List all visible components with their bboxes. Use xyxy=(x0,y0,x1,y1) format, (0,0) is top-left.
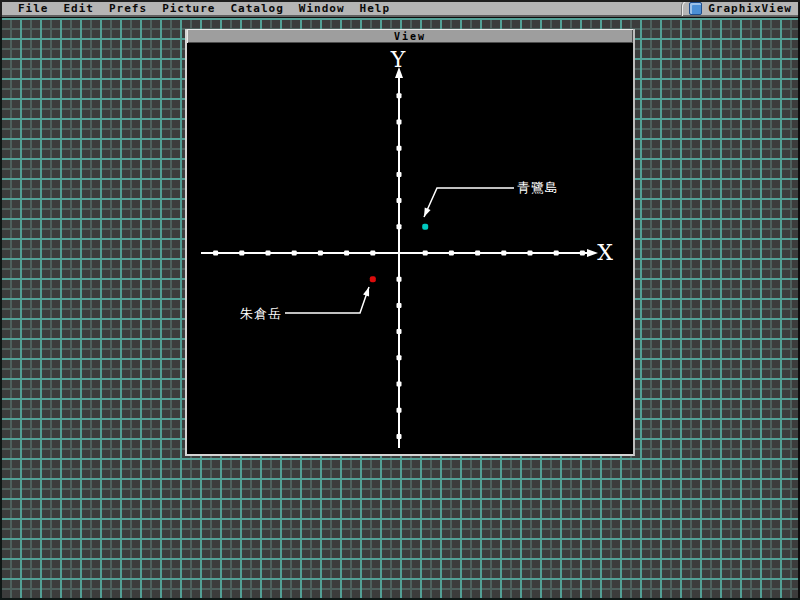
desktop: File Edit Prefs Picture Catalog Window H… xyxy=(0,0,800,600)
menu-catalog[interactable]: Catalog xyxy=(230,1,283,16)
x-axis-tick xyxy=(475,251,480,256)
menu-window[interactable]: Window xyxy=(299,1,345,16)
x-axis-tick xyxy=(580,251,585,256)
app-title-gadget[interactable]: GraphixView xyxy=(681,1,800,16)
y-axis-tick xyxy=(397,224,402,229)
y-axis-tick xyxy=(397,329,402,334)
x-axis-tick xyxy=(423,251,428,256)
annotation-leader-line xyxy=(424,188,514,217)
y-axis-tick xyxy=(397,408,402,413)
menu-items: File Edit Prefs Picture Catalog Window H… xyxy=(0,1,681,16)
y-axis-tick xyxy=(397,120,402,125)
plot-canvas[interactable]: 青鷺島朱倉岳YX xyxy=(187,43,633,454)
x-axis-tick xyxy=(449,251,454,256)
menu-file[interactable]: File xyxy=(18,1,49,16)
x-axis-tick xyxy=(554,251,559,256)
menu-bar: File Edit Prefs Picture Catalog Window H… xyxy=(0,0,800,18)
y-axis-tick xyxy=(397,277,402,282)
y-axis-tick xyxy=(397,303,402,308)
y-axis-tick xyxy=(397,198,402,203)
x-axis-label: X xyxy=(597,240,613,265)
x-axis-tick xyxy=(213,251,218,256)
x-axis-tick xyxy=(501,251,506,256)
window-title: View xyxy=(394,31,426,42)
y-axis-tick xyxy=(397,172,402,177)
y-axis-tick xyxy=(397,355,402,360)
data-point[interactable] xyxy=(422,224,428,230)
x-axis-tick xyxy=(292,251,297,256)
menu-picture[interactable]: Picture xyxy=(162,1,215,16)
menu-prefs[interactable]: Prefs xyxy=(109,1,147,16)
data-point[interactable] xyxy=(370,276,376,282)
annotation-arrow-icon xyxy=(363,287,369,297)
menu-edit[interactable]: Edit xyxy=(64,1,95,16)
y-axis-tick xyxy=(397,93,402,98)
x-axis-tick xyxy=(318,251,323,256)
annotation-label: 朱倉岳 xyxy=(240,306,282,321)
x-axis-tick xyxy=(344,251,349,256)
y-axis-tick xyxy=(397,382,402,387)
window-titlebar[interactable]: View xyxy=(187,29,633,43)
plot-svg: 青鷺島朱倉岳YX xyxy=(187,43,633,454)
view-window: View 青鷺島朱倉岳YX xyxy=(185,29,635,456)
annotation-label: 青鷺島 xyxy=(517,180,559,195)
x-axis-tick xyxy=(239,251,244,256)
annotation-leader-line xyxy=(285,287,369,313)
y-axis-tick xyxy=(397,434,402,439)
y-axis-label: Y xyxy=(390,47,406,72)
y-axis-tick xyxy=(397,146,402,151)
x-axis-tick xyxy=(528,251,533,256)
app-title: GraphixView xyxy=(708,2,792,15)
app-icon xyxy=(689,2,702,15)
menu-help[interactable]: Help xyxy=(360,1,391,16)
x-axis-tick xyxy=(266,251,271,256)
x-axis-tick xyxy=(370,251,375,256)
annotation-arrow-icon xyxy=(424,207,431,217)
